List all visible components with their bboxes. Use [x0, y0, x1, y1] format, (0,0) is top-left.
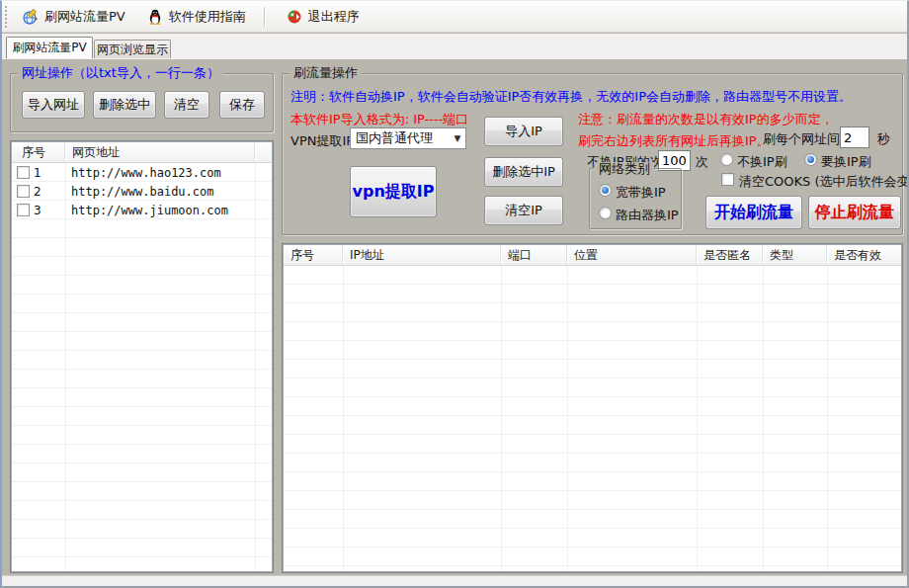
column-line [65, 163, 66, 571]
ip-list-header-col[interactable]: 是否有效 [827, 245, 903, 265]
table-row[interactable]: 2 http://www.baidu.com [12, 182, 272, 201]
table-row[interactable]: 3 http://www.jiumoon.com [12, 201, 272, 219]
stop-traffic-button[interactable]: 停止刷流量 [808, 196, 901, 229]
app-window: 刷网站流量PV 软件使用指南 [0, 0, 909, 588]
row-url: http://www.jiumoon.com [62, 204, 228, 217]
row-index: 3 [30, 204, 62, 217]
ip-list-header-col[interactable]: 类型 [763, 245, 827, 265]
row-url: http://www.baidu.com [62, 185, 214, 199]
tab-page: 网址操作（以txt导入，一行一条） 导入网址 删除选中 清空 保存 序号 网页地… [2, 58, 907, 578]
globe-pen-icon [23, 9, 39, 25]
clear-cookies-label[interactable]: 清空COOKS (选中后软件会变慢) [739, 173, 909, 191]
ip-list-body[interactable] [284, 266, 901, 571]
note-ip-format: 本软件IP导入格式为: IP----端口 [290, 111, 468, 128]
ip-list-header-col[interactable]: IP地址 [343, 245, 501, 265]
radio-router-ip-label[interactable]: 路由器换IP [616, 207, 679, 224]
url-group-title: 网址操作（以txt导入，一行一条） [18, 66, 223, 80]
radio-no-change-ip-label[interactable]: 不换IP刷 [737, 153, 787, 171]
no-change-count-unit: 次 [696, 153, 708, 171]
toolbar-separator [264, 7, 265, 27]
url-list-header-url[interactable]: 网页地址 [65, 142, 255, 162]
delete-selected-url-button[interactable]: 删除选中 [93, 91, 156, 119]
url-list-header: 序号 网页地址 [12, 142, 272, 163]
row-index: 1 [30, 166, 62, 180]
interval-unit: 秒 [877, 130, 890, 148]
toolbar-item-label: 刷网站流量PV [44, 8, 125, 26]
radio-no-change-ip[interactable] [720, 153, 733, 166]
toolbar: 刷网站流量PV 软件使用指南 [2, 1, 907, 33]
radio-change-ip-label[interactable]: 要换IP刷 [821, 153, 871, 171]
clear-ip-button[interactable]: 清空IP [484, 196, 563, 225]
tab-strip: 刷网站流量PV 网页浏览显示 [2, 34, 907, 58]
traffic-group-title: 刷流量操作 [289, 66, 362, 80]
toolbar-item-label: 软件使用指南 [169, 8, 246, 26]
column-line [827, 266, 828, 571]
import-ip-button[interactable]: 导入IP [484, 117, 563, 146]
import-url-button[interactable]: 导入网址 [22, 91, 85, 119]
ip-list-header-col[interactable]: 位置 [567, 245, 697, 265]
save-url-button[interactable]: 保存 [219, 91, 265, 119]
tab-traffic-pv[interactable]: 刷网站流量PV [6, 37, 93, 58]
vpn-extract-label: VPN提取IP [290, 132, 354, 150]
note-warning-1: 注意：刷流量的次数是以有效IP的多少而定， [578, 111, 834, 128]
radio-change-ip[interactable] [804, 153, 817, 166]
toolbar-item-label: 退出程序 [308, 8, 360, 26]
clear-url-button[interactable]: 清空 [164, 91, 209, 119]
toolbar-item-traffic-pv[interactable]: 刷网站流量PV [15, 4, 133, 30]
note-warning-2: 刷完右边列表所有网址后再换IP。 [578, 132, 770, 150]
exit-icon [287, 9, 302, 25]
start-traffic-button[interactable]: 开始刷流量 [705, 196, 802, 229]
delete-selected-ip-button[interactable]: 删除选中IP [484, 157, 563, 187]
url-list-body[interactable]: 1 http://www.hao123.com 2 http://www.bai… [12, 163, 272, 571]
ip-list: 序号 IP地址 端口 位置 是否匿名 类型 是否有效 [282, 243, 903, 573]
table-row[interactable]: 1 http://www.hao123.com [12, 163, 272, 182]
interval-input[interactable] [840, 126, 869, 148]
vpn-extract-ip-button[interactable]: vpn提取IP [350, 166, 437, 217]
tab-browser-view[interactable]: 网页浏览显示 [94, 40, 171, 58]
network-group-title: 网络类别 [595, 162, 654, 176]
status-bar [2, 575, 907, 586]
ip-list-header-col[interactable]: 端口 [501, 245, 567, 265]
url-list-header-index[interactable]: 序号 [12, 142, 65, 162]
column-line [501, 266, 502, 571]
url-list: 序号 网页地址 1 http://www.hao123.com 2 http:/… [10, 140, 274, 573]
penguin-icon [147, 9, 163, 25]
column-line [343, 266, 344, 571]
note-auto-ip: 注明：软件自动换IP，软件会自动验证IP否有效再换，无效的IP会自动删除，路由器… [290, 88, 852, 106]
radio-broadband-ip-label[interactable]: 宽带换IP [616, 184, 666, 202]
chevron-down-icon: ▼ [450, 133, 465, 143]
row-checkbox[interactable] [17, 204, 30, 216]
clear-cookies-checkbox[interactable] [721, 173, 734, 186]
row-checkbox[interactable] [17, 166, 30, 179]
toolbar-item-exit[interactable]: 退出程序 [279, 4, 368, 30]
url-list-header-filler [255, 142, 272, 162]
column-line [697, 266, 698, 571]
ip-list-header: 序号 IP地址 端口 位置 是否匿名 类型 是否有效 [284, 245, 901, 266]
column-line [763, 266, 764, 571]
ip-list-header-col[interactable]: 是否匿名 [697, 245, 763, 265]
row-index: 2 [30, 185, 62, 199]
radio-broadband-ip[interactable] [599, 184, 612, 197]
vpn-proxy-select[interactable]: 国内普通代理 ▼ [350, 127, 466, 149]
toolbar-gripper[interactable] [5, 6, 9, 28]
row-checkbox[interactable] [17, 185, 30, 198]
column-line [567, 266, 568, 571]
vpn-proxy-select-value: 国内普通代理 [351, 129, 450, 147]
ip-list-header-col[interactable]: 序号 [284, 245, 343, 265]
column-line [255, 163, 256, 571]
row-url: http://www.hao123.com [62, 166, 221, 180]
radio-router-ip[interactable] [599, 207, 612, 219]
toolbar-item-guide[interactable]: 软件使用指南 [139, 4, 254, 30]
